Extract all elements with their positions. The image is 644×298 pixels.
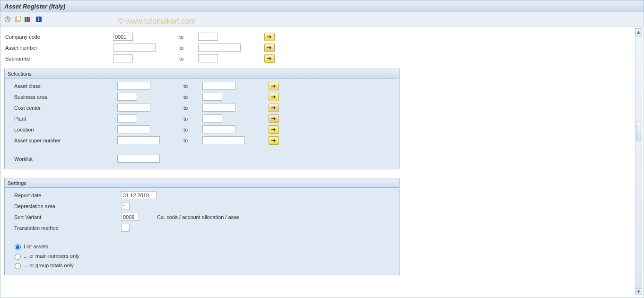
content-area: Company code to Asset number to Subnumbe… [0,26,644,298]
row-asset-class: Asset class to [5,80,399,91]
radio-list-assets-row: List assets [5,242,399,251]
multi-select-asset-class[interactable] [269,82,279,90]
selections-group: Selections Asset class to Business area … [4,69,400,169]
cost-center-from[interactable] [117,104,150,112]
label-subnumber: Subnumber [4,56,113,61]
settings-title: Settings [5,178,399,188]
asset-number-from[interactable] [113,44,156,52]
radio-group-only-row: ... or group totals only [5,261,399,270]
to-label: to [179,45,198,51]
depr-area-input[interactable] [121,202,130,210]
location-from[interactable] [117,125,150,133]
svg-rect-5 [28,17,30,22]
header-section: Company code to Asset number to Subnumbe… [0,26,398,64]
label-translation: Translation method [9,225,121,231]
plant-from[interactable] [117,114,137,123]
radio-group-only[interactable] [15,263,21,269]
worklist-input[interactable] [117,155,160,163]
sort-variant-input[interactable] [121,213,139,221]
to-label: to [183,116,202,122]
multi-select-plant[interactable] [269,114,279,123]
radio-main-only[interactable] [15,254,21,260]
row-asset-super: Asset super number to [5,135,399,146]
multi-select-asset-number[interactable] [264,44,275,52]
toolbar: i [0,12,644,26]
settings-group: Settings Report date Depreciation area S… [4,178,400,275]
to-label: to [183,94,202,100]
row-subnumber: Subnumber to [4,53,394,64]
svg-rect-2 [17,16,20,21]
row-translation: Translation method [5,222,399,233]
asset-class-to[interactable] [202,82,235,90]
execute-icon[interactable] [3,15,12,24]
report-date-input[interactable] [121,191,157,199]
to-label: to [183,83,202,89]
row-plant: Plant to [5,113,399,124]
multi-select-company-code[interactable] [264,33,275,41]
multi-select-location[interactable] [269,125,279,134]
label-plant: Plant [9,116,117,122]
radio-list-assets[interactable] [15,244,21,250]
label-asset-class: Asset class [9,83,117,89]
label-location: Location [9,127,117,132]
to-label: to [183,127,202,132]
scrollbar-thumb[interactable] [636,122,641,140]
info-icon[interactable]: i [35,15,43,24]
asset-number-to[interactable] [198,44,241,52]
business-area-to[interactable] [202,93,222,101]
to-label: to [183,105,202,111]
cost-center-to[interactable] [202,104,235,112]
plant-to[interactable] [202,114,222,123]
multi-select-asset-super[interactable] [269,136,279,145]
translation-input[interactable] [121,224,130,232]
subnumber-from[interactable] [113,54,133,62]
radio-list-assets-label: List assets [24,244,48,249]
asset-super-to[interactable] [202,136,245,144]
selection-options-icon[interactable] [24,15,33,24]
to-label: to [179,34,198,40]
radio-main-only-label: ... or main numbers only [24,253,79,259]
svg-text:i: i [38,17,40,22]
row-asset-number: Asset number to [4,42,394,53]
row-location: Location to [5,124,399,135]
label-report-date: Report date [9,193,121,198]
row-depr-area: Depreciation area [5,201,399,211]
page-title: Asset Register (Italy) [4,3,65,10]
to-label: to [179,56,198,61]
multi-select-cost-center[interactable] [269,104,279,112]
svg-rect-4 [26,17,28,22]
label-asset-super: Asset super number [9,138,117,143]
asset-super-from[interactable] [117,136,160,144]
row-cost-center: Cost center to [5,102,399,113]
multi-select-business-area[interactable] [269,93,279,101]
asset-class-from[interactable] [117,82,150,90]
label-business-area: Business area [9,94,117,100]
row-worklist: Worklist [5,153,399,164]
get-variant-icon[interactable] [14,15,22,24]
label-company-code: Company code [4,34,113,40]
business-area-from[interactable] [117,93,137,101]
label-cost-center: Cost center [9,105,117,111]
to-label: to [183,138,202,143]
location-to[interactable] [202,125,235,133]
multi-select-subnumber[interactable] [264,54,275,63]
scrollbar-track[interactable] [635,36,642,288]
row-report-date: Report date [5,190,399,201]
svg-rect-3 [25,17,26,22]
label-worklist: Worklist [9,156,117,162]
radio-group-only-label: ... or group totals only [24,263,74,268]
label-asset-number: Asset number [4,45,113,51]
company-code-to[interactable] [198,33,218,41]
company-code-from[interactable] [113,33,133,41]
sort-variant-hint: Co. code / account allocation / asse [157,214,239,220]
title-bar: Asset Register (Italy) [0,0,644,12]
label-sort-variant: Sort Variant [9,214,121,220]
row-company-code: Company code to [4,31,394,42]
scroll-up-icon[interactable]: ▲ [635,28,642,35]
row-sort-variant: Sort Variant Co. code / account allocati… [5,211,399,222]
row-business-area: Business area to [5,91,399,102]
scroll-down-icon[interactable]: ▼ [635,288,642,295]
subnumber-to[interactable] [198,54,218,62]
label-depr-area: Depreciation area [9,203,121,209]
selections-title: Selections [5,69,399,79]
